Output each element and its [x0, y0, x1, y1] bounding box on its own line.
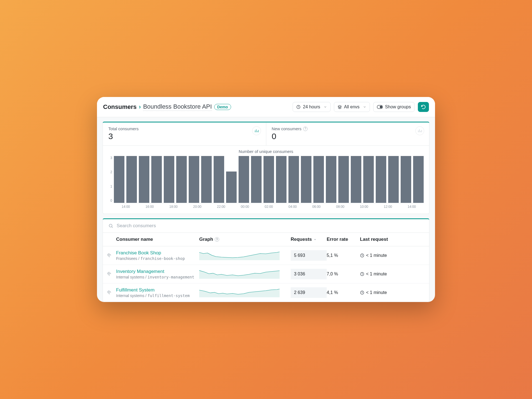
table-row: Inventory Management Internal systems / …: [103, 265, 429, 283]
chart-bar: [264, 156, 274, 203]
consumer-name-link[interactable]: Fulfillment System: [116, 287, 155, 293]
stat-new-consumers: New consumers ? 0: [266, 122, 429, 145]
consumer-subtitle: Internal systems / fulfillment-system: [116, 293, 199, 298]
breadcrumb-root[interactable]: Consumers: [103, 103, 137, 111]
consumer-name-link[interactable]: Franchise Book Shop: [116, 250, 161, 255]
consumer-name-link[interactable]: Inventory Management: [116, 269, 164, 274]
timerange-selector[interactable]: 24 hours: [293, 102, 330, 112]
chart-y-axis: 3210: [108, 156, 114, 209]
bar-chart-icon: [418, 129, 422, 133]
col-graph[interactable]: Graph ?: [199, 237, 291, 242]
groups-label: Show groups: [385, 104, 411, 109]
stats-panel: Total consumers 3 New consumers ? 0: [103, 122, 429, 214]
chart-bar: [376, 156, 386, 203]
chart-bar: [214, 156, 224, 203]
col-consumer-name[interactable]: Consumer name: [116, 237, 199, 242]
chart-bar: [351, 156, 361, 203]
chart-bar: [326, 156, 336, 203]
chart-unique-consumers: Number of unique consumers 3210 14:0016:…: [103, 146, 429, 214]
show-groups-toggle[interactable]: Show groups: [373, 102, 415, 112]
chevron-right-icon: ›: [139, 103, 141, 111]
stat-value: 0: [272, 132, 424, 141]
breadcrumb-api[interactable]: Boundless Bookstore API: [143, 103, 212, 111]
chart-title: Number of unique consumers: [108, 149, 424, 154]
clock-icon: [296, 105, 301, 109]
refresh-icon: [421, 104, 426, 109]
chart-bar: [189, 156, 199, 203]
chart-bar: [126, 156, 137, 203]
cell-last-request: < 1 minute: [360, 290, 429, 295]
chart-bar: [114, 156, 124, 203]
sparkline-graph: [199, 268, 291, 280]
chart-bar: [401, 156, 411, 203]
demo-badge: Demo: [214, 104, 231, 110]
clock-icon: [360, 290, 364, 295]
table-header: Consumer name Graph ? Requests Error rat…: [103, 233, 429, 246]
consumer-subtitle: Internal systems / inventory-management: [116, 275, 199, 279]
chart-bar: [139, 156, 149, 203]
clock-icon: [360, 272, 364, 276]
chart-bars: [114, 156, 424, 203]
chart-bar: [176, 156, 187, 203]
cell-requests: 2 639: [291, 287, 327, 298]
chevron-down-icon: [324, 105, 327, 109]
cell-error-rate: 4,1 %: [327, 290, 360, 295]
sparkline-graph: [199, 287, 291, 298]
fingerprint-icon: [103, 290, 116, 295]
chart-bar: [388, 156, 399, 203]
clock-icon: [360, 253, 364, 258]
fingerprint-icon: [103, 271, 116, 277]
search-input[interactable]: Search consumers: [103, 219, 429, 233]
consumer-subtitle: Franchisees / franchise-book-shop: [116, 256, 199, 261]
chart-bar: [338, 156, 349, 203]
chart-bar: [201, 156, 212, 203]
chart-bar: [239, 156, 249, 203]
chart-bar: [226, 172, 237, 203]
chart-bar: [301, 156, 311, 203]
toggle-icon: [377, 105, 383, 109]
chart-bar: [313, 156, 324, 203]
stat-total-consumers: Total consumers 3: [103, 122, 266, 145]
cell-requests: 5 693: [291, 250, 327, 261]
breadcrumb: Consumers › Boundless Bookstore API Demo: [103, 103, 289, 111]
chart-bar: [413, 156, 424, 203]
chevron-down-icon: [363, 105, 366, 109]
chart-bar: [276, 156, 287, 203]
chart-toggle-button[interactable]: [415, 126, 424, 135]
chart-x-axis: 14:0016:0018:0020:0022:0000:0002:0004:00…: [114, 203, 424, 209]
table-row: Franchise Book Shop Franchisees / franch…: [103, 246, 429, 265]
table-row: Fulfillment System Internal systems / fu…: [103, 283, 429, 302]
sort-desc-icon: [314, 238, 316, 241]
dashboard-window: Consumers › Boundless Bookstore API Demo…: [97, 97, 435, 302]
help-icon[interactable]: ?: [303, 127, 308, 131]
layers-icon: [337, 105, 342, 109]
cell-error-rate: 5,1 %: [327, 253, 360, 258]
chart-bar: [288, 156, 299, 203]
refresh-button[interactable]: [418, 102, 429, 112]
chart-bar: [151, 156, 162, 203]
fingerprint-icon: [103, 253, 116, 258]
chart-bar: [251, 156, 262, 203]
bar-chart-icon: [254, 129, 259, 133]
search-placeholder: Search consumers: [117, 223, 156, 229]
svg-point-2: [380, 106, 382, 108]
chart-bar: [363, 156, 374, 203]
chart-toggle-button[interactable]: [252, 126, 261, 135]
chart-bar: [164, 156, 174, 203]
col-error-rate[interactable]: Error rate: [327, 237, 360, 242]
cell-last-request: < 1 minute: [360, 272, 429, 277]
env-label: All envs: [344, 104, 360, 109]
svg-point-3: [109, 224, 112, 227]
cell-error-rate: 7,0 %: [327, 272, 360, 277]
search-icon: [108, 223, 113, 228]
col-requests[interactable]: Requests: [291, 237, 327, 242]
consumers-table-panel: Search consumers Consumer name Graph ? R…: [103, 218, 429, 302]
stat-value: 3: [108, 132, 260, 141]
help-icon[interactable]: ?: [215, 237, 219, 242]
cell-requests: 3 036: [291, 269, 327, 279]
sparkline-graph: [199, 250, 291, 261]
col-last-request[interactable]: Last request: [360, 237, 429, 242]
stat-label: New consumers ?: [272, 126, 424, 131]
env-selector[interactable]: All envs: [334, 102, 370, 112]
header: Consumers › Boundless Bookstore API Demo…: [97, 97, 435, 117]
